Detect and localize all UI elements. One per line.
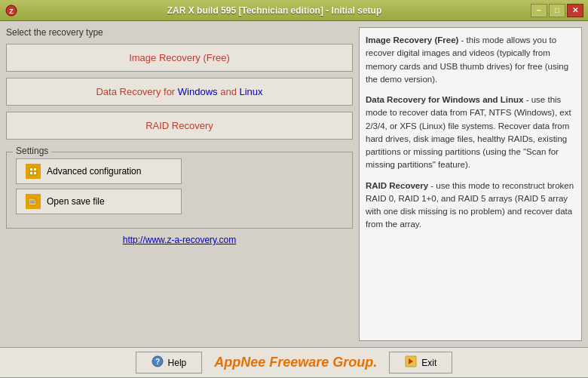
svg-text:?: ? xyxy=(155,358,160,366)
advanced-config-button[interactable]: Advanced configuration xyxy=(16,158,182,184)
link-area: http://www.z-a-recovery.com xyxy=(6,235,353,245)
raid-recovery-button[interactable]: RAID Recovery xyxy=(6,112,353,140)
image-recovery-bold: Image Recovery (Free) xyxy=(366,35,458,45)
data-recovery-text: - use this mode to recover data from FAT… xyxy=(366,95,571,169)
linux-highlight: Linux xyxy=(239,86,262,97)
data-recovery-button[interactable]: Data Recovery for Windows and Linux xyxy=(6,78,353,106)
window-controls: − □ ✕ xyxy=(531,4,583,17)
right-panel: Image Recovery (Free) - this mode allows… xyxy=(359,27,582,341)
data-recovery-bold: Data Recovery for Windows and Linux xyxy=(366,95,524,104)
svg-text:Z: Z xyxy=(9,7,14,14)
appnee-branding: AppNee Freeware Group. xyxy=(214,355,377,370)
advanced-config-label: Advanced configuration xyxy=(47,166,141,177)
advanced-icon xyxy=(26,164,41,179)
help-icon: ? xyxy=(152,355,164,370)
help-label: Help xyxy=(168,358,187,368)
window-title: ZAR X build 595 [Technician edition] - I… xyxy=(18,5,531,16)
raid-recovery-desc: RAID Recovery - use this mode to reconst… xyxy=(366,180,575,232)
svg-rect-6 xyxy=(34,172,36,174)
image-recovery-button[interactable]: Image Recovery (Free) xyxy=(6,44,353,72)
image-recovery-desc: Image Recovery (Free) - this mode allows… xyxy=(366,34,575,86)
svg-rect-10 xyxy=(30,202,35,203)
settings-label: Settings xyxy=(13,146,51,156)
help-button[interactable]: ? Help xyxy=(136,352,203,373)
svg-rect-5 xyxy=(30,172,32,174)
minimize-button[interactable]: − xyxy=(531,4,547,17)
raid-recovery-bold: RAID Recovery xyxy=(366,181,428,190)
website-link[interactable]: http://www.z-a-recovery.com xyxy=(123,235,236,245)
app-icon: Z xyxy=(5,4,18,17)
data-recovery-desc: Data Recovery for Windows and Linux - us… xyxy=(366,94,575,172)
open-save-label: Open save file xyxy=(47,196,105,207)
maximize-button[interactable]: □ xyxy=(549,4,565,17)
select-recovery-label: Select the recovery type xyxy=(6,27,353,38)
bottom-bar: ? Help AppNee Freeware Group. Exit xyxy=(0,347,588,377)
svg-rect-4 xyxy=(34,168,36,171)
svg-rect-2 xyxy=(29,167,38,176)
title-bar: Z ZAR X build 595 [Technician edition] -… xyxy=(0,0,588,21)
windows-highlight: Windows xyxy=(178,86,218,97)
top-area: Select the recovery type Image Recovery … xyxy=(6,27,582,341)
exit-icon xyxy=(405,355,417,370)
exit-label: Exit xyxy=(421,358,436,368)
svg-rect-3 xyxy=(30,168,32,171)
exit-button[interactable]: Exit xyxy=(389,352,452,373)
left-panel: Select the recovery type Image Recovery … xyxy=(6,27,353,341)
open-save-icon xyxy=(26,194,41,209)
open-save-button[interactable]: Open save file xyxy=(16,189,182,214)
main-content: Select the recovery type Image Recovery … xyxy=(0,21,588,347)
settings-group: Settings Advanced configuration xyxy=(6,152,353,229)
close-button[interactable]: ✕ xyxy=(567,4,583,17)
svg-rect-9 xyxy=(30,201,35,201)
